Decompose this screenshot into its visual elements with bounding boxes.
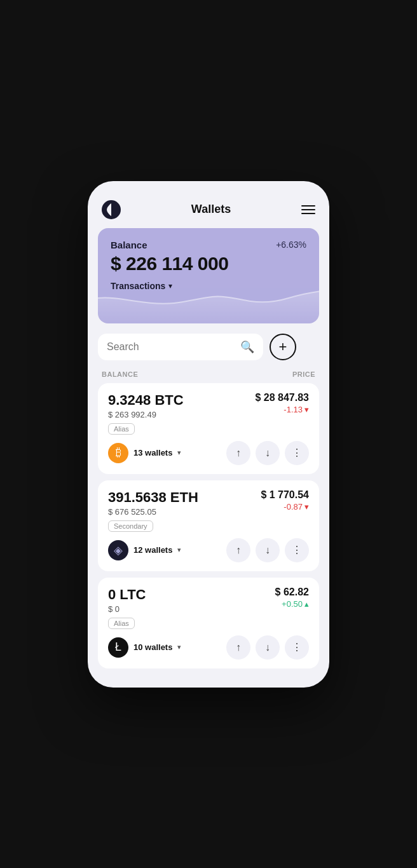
send-button-eth[interactable]: ↑: [226, 538, 250, 562]
asset-bottom-btc: ₿ 13 wallets ▾ ↑ ↓ ⋮: [108, 441, 309, 465]
asset-amount-btc: 9.3248 BTC: [108, 392, 184, 409]
asset-right-ltc: $ 62.82 +0.50 ▴: [275, 587, 309, 609]
asset-bottom-eth: ◈ 12 wallets ▾ ↑ ↓ ⋮: [108, 538, 309, 562]
asset-left-btc: 9.3248 BTC $ 263 992.49 Alias: [108, 392, 184, 435]
menu-button[interactable]: [301, 205, 315, 214]
asset-card-btc: 9.3248 BTC $ 263 992.49 Alias $ 28 847.8…: [98, 383, 319, 474]
wallet-chevron-ltc[interactable]: ▾: [177, 643, 181, 651]
asset-top-eth: 391.5638 ETH $ 676 525.05 Secondary $ 1 …: [108, 489, 309, 532]
more-button-eth[interactable]: ⋮: [285, 538, 309, 562]
asset-left-eth: 391.5638 ETH $ 676 525.05 Secondary: [108, 489, 198, 532]
ltc-logo-icon: Ł: [108, 637, 128, 658]
balance-top-row: Balance +6.63%: [111, 240, 306, 250]
asset-alias-btc: Alias: [108, 423, 135, 435]
phone-container: Wallets Balance +6.63% $ 226 114 000 Tra…: [88, 181, 329, 688]
receive-button-ltc[interactable]: ↓: [256, 635, 280, 660]
wallet-info-eth: ◈ 12 wallets ▾: [108, 540, 181, 560]
price-column-header: PRICE: [292, 370, 315, 378]
search-bar: 🔍: [98, 334, 263, 360]
balance-amount: $ 226 114 000: [111, 253, 306, 275]
search-icon: 🔍: [240, 340, 254, 354]
send-button-ltc[interactable]: ↑: [226, 635, 250, 660]
action-buttons-eth: ↑ ↓ ⋮: [226, 538, 309, 562]
action-buttons-btc: ↑ ↓ ⋮: [226, 441, 309, 465]
change-arrow-ltc: ▴: [304, 599, 309, 609]
change-arrow-eth: ▾: [304, 502, 309, 512]
more-button-btc[interactable]: ⋮: [285, 441, 309, 465]
wallet-count-btc: 13 wallets: [133, 448, 172, 458]
action-buttons-ltc: ↑ ↓ ⋮: [226, 635, 309, 660]
balance-label: Balance: [111, 240, 147, 250]
asset-amount-eth: 391.5638 ETH: [108, 489, 198, 506]
balance-card: Balance +6.63% $ 226 114 000 Transaction…: [98, 228, 319, 323]
asset-card-eth: 391.5638 ETH $ 676 525.05 Secondary $ 1 …: [98, 480, 319, 571]
change-arrow-btc: ▾: [304, 405, 309, 414]
asset-right-btc: $ 28 847.83 -1.13 ▾: [255, 392, 309, 414]
balance-column-header: BALANCE: [102, 370, 138, 378]
asset-usd-ltc: $ 0: [108, 604, 146, 614]
asset-usd-btc: $ 263 992.49: [108, 410, 184, 419]
wallet-chevron-btc[interactable]: ▾: [177, 449, 181, 457]
asset-price-btc: $ 28 847.83: [255, 392, 309, 403]
app-logo-icon: [102, 200, 121, 219]
wallet-info-ltc: Ł 10 wallets ▾: [108, 637, 181, 658]
wallet-count-ltc: 10 wallets: [133, 642, 172, 652]
wallet-chevron-eth[interactable]: ▾: [177, 546, 181, 554]
asset-right-eth: $ 1 770.54 -0.87 ▾: [261, 489, 309, 512]
asset-amount-ltc: 0 LTC: [108, 587, 146, 603]
balance-chart: [98, 279, 319, 323]
add-wallet-button[interactable]: +: [270, 334, 296, 360]
search-section: 🔍 +: [88, 334, 329, 367]
receive-button-eth[interactable]: ↓: [256, 538, 280, 562]
asset-bottom-ltc: Ł 10 wallets ▾ ↑ ↓ ⋮: [108, 635, 309, 660]
balance-percentage: +6.63%: [276, 240, 306, 250]
asset-usd-eth: $ 676 525.05: [108, 507, 198, 517]
btc-logo-icon: ₿: [108, 443, 128, 463]
page-title: Wallets: [191, 203, 231, 216]
send-button-btc[interactable]: ↑: [226, 441, 250, 465]
search-input[interactable]: [107, 341, 234, 353]
assets-list: 9.3248 BTC $ 263 992.49 Alias $ 28 847.8…: [88, 383, 329, 668]
asset-alias-ltc: Alias: [108, 618, 135, 629]
header: Wallets: [88, 194, 329, 228]
asset-change-btc: -1.13 ▾: [255, 405, 309, 414]
eth-logo-icon: ◈: [108, 540, 128, 560]
wallet-count-eth: 12 wallets: [133, 545, 172, 555]
asset-alias-eth: Secondary: [108, 520, 153, 532]
column-headers: BALANCE PRICE: [88, 367, 329, 383]
search-row: 🔍 +: [98, 334, 319, 360]
receive-button-btc[interactable]: ↓: [256, 441, 280, 465]
asset-change-ltc: +0.50 ▴: [275, 599, 309, 609]
wallet-info-btc: ₿ 13 wallets ▾: [108, 443, 181, 463]
asset-price-ltc: $ 62.82: [275, 587, 309, 598]
asset-change-eth: -0.87 ▾: [261, 502, 309, 512]
asset-card-ltc: 0 LTC $ 0 Alias $ 62.82 +0.50 ▴ Ł 10 wal…: [98, 578, 319, 668]
more-button-ltc[interactable]: ⋮: [285, 635, 309, 660]
asset-top-btc: 9.3248 BTC $ 263 992.49 Alias $ 28 847.8…: [108, 392, 309, 435]
asset-top-ltc: 0 LTC $ 0 Alias $ 62.82 +0.50 ▴: [108, 587, 309, 629]
asset-left-ltc: 0 LTC $ 0 Alias: [108, 587, 146, 629]
asset-price-eth: $ 1 770.54: [261, 489, 309, 501]
